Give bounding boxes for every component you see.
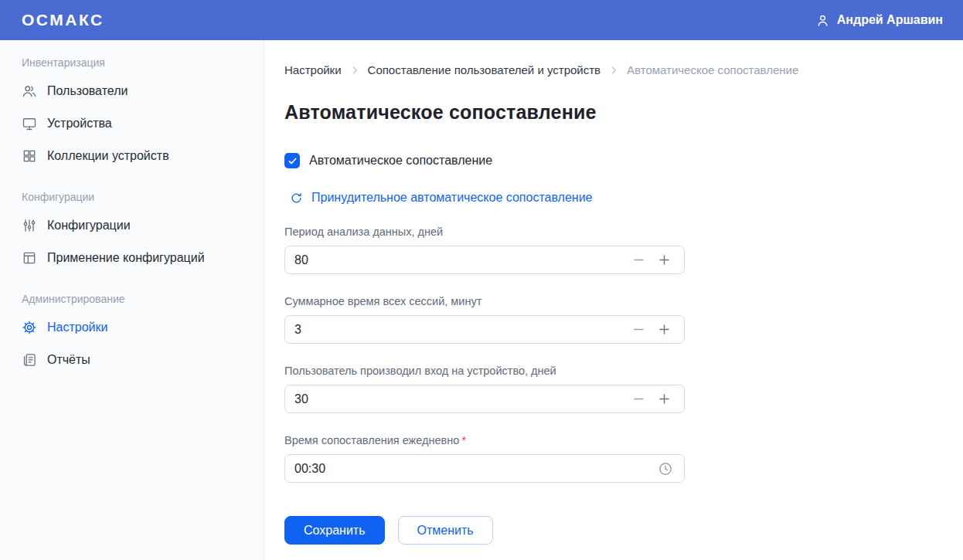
session-time-label: Суммарное время всех сессий, минут xyxy=(284,295,932,307)
sidebar-section-inventory: Инвентаризация Пользователи xyxy=(0,56,264,172)
sidebar-item-label: Пользователи xyxy=(47,84,128,98)
user-icon xyxy=(815,13,830,28)
minus-button[interactable] xyxy=(630,390,648,408)
form-actions: Сохранить Отменить xyxy=(284,516,932,545)
plus-button[interactable] xyxy=(655,251,673,269)
minus-button[interactable] xyxy=(630,321,648,338)
grid-icon xyxy=(22,148,37,164)
login-days-field: Пользователь производил вход на устройст… xyxy=(284,365,932,413)
sidebar-item-configurations[interactable]: Конфигурации xyxy=(0,209,264,242)
sidebar-section-configurations: Конфигурации Конфигурации xyxy=(0,191,264,274)
match-time-input-box xyxy=(284,454,685,483)
sidebar-item-device-collections[interactable]: Коллекции устройств xyxy=(0,140,264,172)
auto-match-checkbox-row: Автоматическое сопоставление xyxy=(284,153,932,168)
sidebar: Инвентаризация Пользователи xyxy=(0,40,264,560)
breadcrumb-user-device-matching[interactable]: Сопоставление пользователей и устройств xyxy=(368,63,601,76)
users-icon xyxy=(22,83,37,99)
breadcrumb-settings[interactable]: Настройки xyxy=(284,63,342,76)
app-header: ОСМАКС Андрей Аршавин xyxy=(0,0,963,40)
auto-match-checkbox[interactable] xyxy=(284,153,300,168)
match-time-field: Время сопоставления ежедневно* xyxy=(284,434,932,483)
sidebar-item-reports[interactable]: Отчёты xyxy=(0,344,264,376)
match-time-input[interactable] xyxy=(285,455,658,482)
login-days-input[interactable] xyxy=(285,385,630,412)
match-time-label: Время сопоставления ежедневно* xyxy=(284,434,932,446)
gear-icon xyxy=(22,320,37,335)
page-title: Автоматическое сопоставление xyxy=(284,101,932,124)
plus-button[interactable] xyxy=(655,321,673,338)
sidebar-section-label: Администрирование xyxy=(22,293,264,305)
sidebar-item-label: Настройки xyxy=(47,321,107,334)
field-label-text: Суммарное время всех сессий, минут xyxy=(284,295,482,307)
user-name: Андрей Аршавин xyxy=(837,13,943,27)
plus-button[interactable] xyxy=(655,390,673,408)
sidebar-section-label: Инвентаризация xyxy=(22,56,264,69)
field-label-text: Время сопоставления ежедневно xyxy=(284,434,459,446)
session-time-input[interactable] xyxy=(285,316,630,343)
user-menu[interactable]: Андрей Аршавин xyxy=(815,13,943,28)
login-days-label: Пользователь производил вход на устройст… xyxy=(284,365,932,377)
sidebar-item-settings[interactable]: Настройки xyxy=(0,311,264,344)
sliders-icon xyxy=(22,218,37,233)
session-time-field: Суммарное время всех сессий, минут xyxy=(284,295,932,344)
sidebar-section-administration: Администрирование Настройки xyxy=(0,293,264,376)
cancel-button[interactable]: Отменить xyxy=(398,516,493,545)
check-icon xyxy=(288,156,298,166)
sidebar-item-label: Отчёты xyxy=(47,353,90,367)
field-label-text: Пользователь производил вход на устройст… xyxy=(284,365,556,377)
sidebar-item-label: Конфигурации xyxy=(47,219,131,232)
sidebar-item-label: Коллекции устройств xyxy=(47,149,169,163)
monitor-icon xyxy=(22,116,37,131)
breadcrumb: Настройки Сопоставление пользователей и … xyxy=(284,63,932,76)
layout-icon xyxy=(22,250,37,266)
session-time-input-box xyxy=(284,315,685,344)
save-button[interactable]: Сохранить xyxy=(284,516,385,545)
report-icon xyxy=(22,352,37,368)
breadcrumb-current: Автоматическое сопоставление xyxy=(627,63,798,76)
minus-button[interactable] xyxy=(630,251,648,269)
app-logo: ОСМАКС xyxy=(22,11,104,29)
sidebar-item-devices[interactable]: Устройства xyxy=(0,107,264,140)
login-days-input-box xyxy=(284,385,685,413)
required-mark: * xyxy=(461,434,466,446)
sidebar-item-users[interactable]: Пользователи xyxy=(0,75,264,107)
auto-match-checkbox-label: Автоматическое сопоставление xyxy=(309,154,492,168)
force-match-link-label: Принудительное автоматическое сопоставле… xyxy=(311,191,592,205)
main-content: Настройки Сопоставление пользователей и … xyxy=(264,40,963,560)
force-match-link[interactable]: Принудительное автоматическое сопоставле… xyxy=(284,191,932,205)
analysis-period-input[interactable] xyxy=(285,246,630,273)
sidebar-item-label: Применение конфигураций xyxy=(47,251,205,265)
analysis-period-input-box xyxy=(284,246,685,274)
analysis-period-label: Период анализа данных, дней xyxy=(284,226,932,238)
clock-icon[interactable] xyxy=(658,461,673,477)
chevron-right-icon xyxy=(349,65,360,76)
field-label-text: Период анализа данных, дней xyxy=(284,226,443,238)
sidebar-section-label: Конфигурации xyxy=(22,191,264,203)
chevron-right-icon xyxy=(608,65,619,76)
refresh-icon xyxy=(290,192,303,205)
analysis-period-field: Период анализа данных, дней xyxy=(284,226,932,274)
sidebar-item-apply-configurations[interactable]: Применение конфигураций xyxy=(0,242,264,274)
sidebar-item-label: Устройства xyxy=(47,117,112,131)
